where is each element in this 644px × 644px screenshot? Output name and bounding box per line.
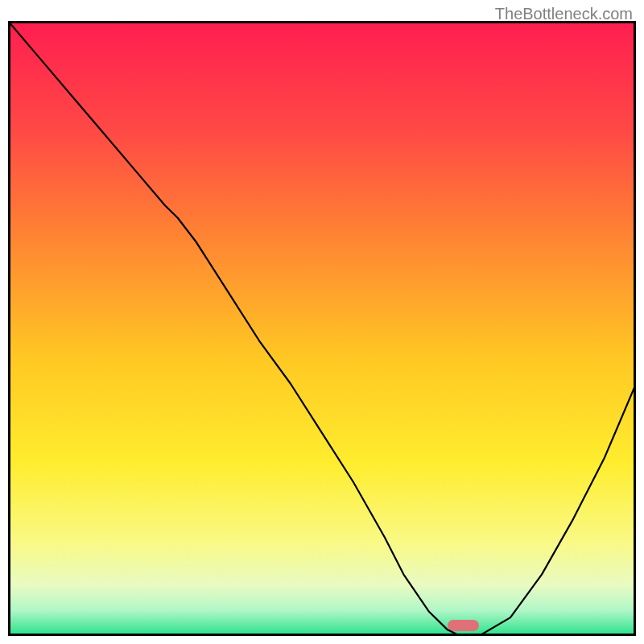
optimal-marker [448, 620, 479, 631]
chart-background [10, 23, 634, 634]
chart-svg [8, 21, 636, 636]
bottleneck-chart [8, 21, 636, 636]
